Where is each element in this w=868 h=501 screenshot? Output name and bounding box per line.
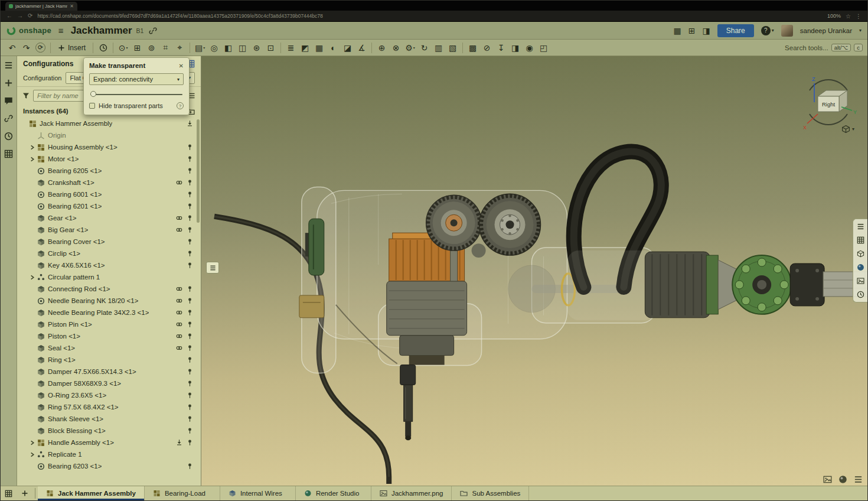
- hole-icon[interactable]: ⊘: [480, 41, 494, 54]
- mass-properties-icon[interactable]: ⊕: [375, 41, 389, 54]
- interference-icon[interactable]: ⊗: [389, 41, 403, 54]
- display-states-icon[interactable]: ◩: [298, 41, 312, 54]
- spotlight-icon[interactable]: ◉: [523, 41, 536, 54]
- instance-row[interactable]: Needle Bearing Plate 34X2.3 <1>: [17, 307, 201, 318]
- mate-icon[interactable]: ⊙▾: [116, 41, 130, 54]
- reload-icon[interactable]: ⟳: [28, 13, 32, 19]
- share-button[interactable]: Share: [717, 24, 754, 37]
- expand-chevron-icon[interactable]: [29, 274, 37, 281]
- tab-close-icon[interactable]: ✕: [70, 4, 74, 9]
- expand-mode-select[interactable]: Expand: connectivity ▾: [89, 73, 184, 85]
- instance-row[interactable]: Shank Sleeve <1>: [17, 413, 201, 425]
- expand-chevron-icon[interactable]: [29, 451, 37, 458]
- instance-row[interactable]: Crankshaft <1>: [17, 177, 201, 188]
- instance-row[interactable]: Bearing 6201 <1>: [17, 200, 201, 212]
- instance-row[interactable]: Handle Assembly <1>: [17, 437, 201, 448]
- bom-panel-icon[interactable]: ▦: [674, 27, 681, 35]
- sheet-metal-icon[interactable]: ▧: [446, 41, 459, 54]
- doc-tab-bearing-load[interactable]: Bearing-Load: [145, 486, 220, 500]
- instance-row[interactable]: Key 4X6.5X16 <1>: [17, 259, 201, 271]
- version-badge[interactable]: B1: [136, 27, 144, 34]
- motion-icon[interactable]: ↻: [417, 41, 431, 54]
- instance-row[interactable]: Circular pattern 1: [17, 271, 201, 283]
- features-icon[interactable]: [4, 79, 13, 87]
- search-tools[interactable]: Search tools... alt/⌥ c: [785, 44, 863, 51]
- instance-row[interactable]: Origin: [17, 129, 201, 141]
- linear-pattern-icon[interactable]: ▤▾: [193, 41, 207, 54]
- transparency-slider[interactable]: [89, 91, 184, 97]
- instance-row[interactable]: Bearing 6203 <1>: [17, 460, 201, 472]
- instance-row[interactable]: Needle Bearing NK 18/20 <1>: [17, 295, 201, 307]
- url-field[interactable]: https://cad.onshape.com/documents/9fed76…: [37, 13, 823, 19]
- screenshot-icon[interactable]: [823, 475, 832, 484]
- browser-menu-icon[interactable]: ⋮: [856, 13, 862, 19]
- render-quality-icon[interactable]: [838, 475, 847, 484]
- appearance-dock-icon[interactable]: [857, 263, 864, 271]
- circular-pattern-icon[interactable]: ◎: [207, 41, 221, 54]
- instances-panel-icon[interactable]: [4, 61, 13, 70]
- view-dock-icon[interactable]: [857, 250, 864, 258]
- bookmark-icon[interactable]: ☆: [846, 13, 851, 19]
- copy-link-icon[interactable]: [149, 27, 157, 35]
- comments-icon[interactable]: [4, 96, 13, 105]
- expand-chevron-icon[interactable]: [29, 440, 37, 446]
- undo-button[interactable]: ↶: [5, 41, 19, 54]
- apps-icon[interactable]: ⊞: [688, 27, 696, 35]
- insert-button[interactable]: Insert: [54, 44, 90, 52]
- sync-button[interactable]: ⟳: [34, 41, 47, 54]
- back-icon[interactable]: ←: [6, 13, 12, 19]
- snapshot-dock-icon[interactable]: [857, 277, 864, 285]
- browser-tab[interactable]: jackhammer | Jack Hammer As... ✕: [5, 2, 77, 11]
- doc-tab-sub-assemblies[interactable]: Sub Assemblies: [452, 486, 529, 500]
- mirror-icon[interactable]: ◧: [221, 41, 235, 54]
- relations-icon[interactable]: ⊚: [145, 41, 158, 54]
- history-dock-icon[interactable]: [857, 291, 864, 298]
- panel-flyout-button[interactable]: [206, 262, 219, 274]
- linked-documents-icon[interactable]: [4, 114, 13, 123]
- close-icon[interactable]: ✕: [179, 63, 184, 69]
- instance-row[interactable]: Damper 58X68X9.3 <1>: [17, 378, 201, 389]
- view-cube[interactable]: Right Z X Y: [799, 73, 858, 132]
- measure-icon[interactable]: ∡: [355, 41, 368, 54]
- instance-row[interactable]: Replicate 1: [17, 448, 201, 460]
- appearance-icon[interactable]: ◐: [327, 41, 340, 54]
- instance-row[interactable]: Piston Pin <1>: [17, 318, 201, 330]
- clip-icon[interactable]: ◰: [537, 41, 550, 54]
- add-tab-button[interactable]: [17, 486, 32, 500]
- gear-icon[interactable]: ⚙▾: [403, 41, 417, 54]
- tab-manager-icon[interactable]: [1, 486, 17, 500]
- versions-history-icon[interactable]: [4, 132, 13, 141]
- slider-knob[interactable]: [90, 91, 96, 97]
- snapshot-icon[interactable]: ⊡: [264, 41, 278, 54]
- bom-dock-icon[interactable]: [857, 236, 864, 244]
- instance-row[interactable]: Damper 47.5X66.5X14.3 <1>: [17, 366, 201, 378]
- frames-icon[interactable]: ▥: [432, 41, 445, 54]
- group-icon[interactable]: ⊞: [130, 41, 144, 54]
- bom-table-icon[interactable]: ▦: [312, 41, 326, 54]
- instance-row[interactable]: Block Blessing <1>: [17, 425, 201, 437]
- help-icon[interactable]: ?: [761, 26, 771, 35]
- instance-row[interactable]: Connecting Rod <1>: [17, 283, 201, 295]
- instance-row[interactable]: Bearing Cover <1>: [17, 236, 201, 248]
- export-icon[interactable]: ↧: [494, 41, 508, 54]
- named-positions-icon[interactable]: ≣: [284, 41, 298, 54]
- instance-row[interactable]: Seal <1>: [17, 342, 201, 354]
- dialog-help-icon[interactable]: ?: [177, 102, 184, 109]
- instance-row[interactable]: Motor <1>: [17, 153, 201, 165]
- mate-connector-icon[interactable]: ⌖: [173, 41, 187, 54]
- section-view-icon[interactable]: ◪: [341, 41, 354, 54]
- instance-row[interactable]: Big Gear <1>: [17, 224, 201, 236]
- tables-panel-icon[interactable]: [4, 149, 13, 158]
- replicate-icon[interactable]: ◫: [236, 41, 249, 54]
- performance-icon[interactable]: [854, 475, 863, 484]
- explode-icon[interactable]: ⊛: [250, 41, 263, 54]
- instance-row[interactable]: Ring <1>: [17, 354, 201, 366]
- instance-row[interactable]: Circlip <1>: [17, 248, 201, 259]
- instances-dock-icon[interactable]: [857, 223, 864, 230]
- onshape-logo[interactable]: onshape: [6, 26, 51, 35]
- forward-icon[interactable]: →: [17, 13, 23, 19]
- doc-tab-jack-hammer-assembly[interactable]: Jack Hammer Assembly: [38, 486, 145, 500]
- labels-icon[interactable]: ◨: [702, 27, 710, 35]
- view-options-button[interactable]: ▾: [841, 125, 854, 134]
- help-menu[interactable]: ? ▾: [761, 26, 774, 35]
